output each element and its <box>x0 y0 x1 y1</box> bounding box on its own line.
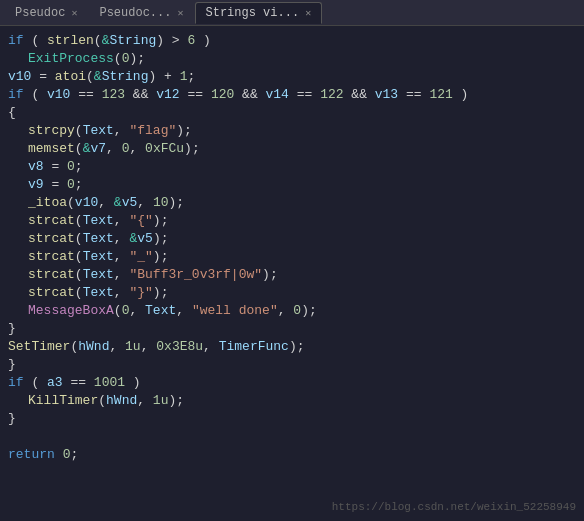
tab-label-2: Pseudoc... <box>99 6 171 20</box>
code-line-14: strcat(Text, "Buff3r_0v3rf|0w"); <box>8 266 576 284</box>
code-line-4: if ( v10 == 123 && v12 == 120 && v14 == … <box>8 86 576 104</box>
watermark: https://blog.csdn.net/weixin_52258949 <box>332 501 576 513</box>
code-line-3: v10 = atoi(&String) + 1; <box>8 68 576 86</box>
code-line-1: if ( strlen(&String) > 6 ) <box>8 32 576 50</box>
tab-pseudoc-1[interactable]: Pseudoc ✕ <box>4 2 88 24</box>
code-line-12: strcat(Text, &v5); <box>8 230 576 248</box>
tab-close-1[interactable]: ✕ <box>71 7 77 19</box>
code-line-23 <box>8 428 576 446</box>
tab-bar: Pseudoc ✕ Pseudoc... ✕ Strings vi... ✕ <box>0 0 584 26</box>
code-line-6: strcpy(Text, "flag"); <box>8 122 576 140</box>
code-line-17: } <box>8 320 576 338</box>
code-line-16: MessageBoxA(0, Text, "well done", 0); <box>8 302 576 320</box>
tab-strings[interactable]: Strings vi... ✕ <box>195 2 323 24</box>
code-line-21: KillTimer(hWnd, 1u); <box>8 392 576 410</box>
tab-label-3: Strings vi... <box>206 6 300 20</box>
code-line-8: v8 = 0; <box>8 158 576 176</box>
code-line-2: ExitProcess(0); <box>8 50 576 68</box>
code-line-18: SetTimer(hWnd, 1u, 0x3E8u, TimerFunc); <box>8 338 576 356</box>
code-area: if ( strlen(&String) > 6 ) ExitProcess(0… <box>0 26 584 521</box>
code-line-10: _itoa(v10, &v5, 10); <box>8 194 576 212</box>
tab-label-1: Pseudoc <box>15 6 65 20</box>
code-line-11: strcat(Text, "{"); <box>8 212 576 230</box>
code-line-9: v9 = 0; <box>8 176 576 194</box>
code-line-13: strcat(Text, "_"); <box>8 248 576 266</box>
code-line-7: memset(&v7, 0, 0xFCu); <box>8 140 576 158</box>
tab-close-2[interactable]: ✕ <box>177 7 183 19</box>
code-line-20: if ( a3 == 1001 ) <box>8 374 576 392</box>
tab-close-3[interactable]: ✕ <box>305 7 311 19</box>
code-line-15: strcat(Text, "}"); <box>8 284 576 302</box>
code-line-5: { <box>8 104 576 122</box>
tab-pseudoc-2[interactable]: Pseudoc... ✕ <box>88 2 194 24</box>
code-line-22: } <box>8 410 576 428</box>
code-line-19: } <box>8 356 576 374</box>
code-line-24: return 0; <box>8 446 576 464</box>
